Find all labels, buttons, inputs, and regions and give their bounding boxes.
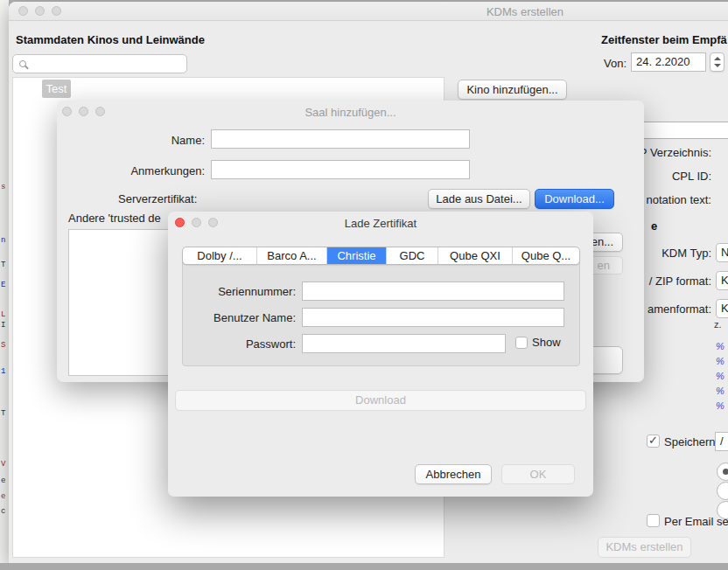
tab-christie[interactable]: Christie (327, 247, 387, 264)
search-icon (19, 60, 26, 67)
von-date-field[interactable]: 24. 2.2020 (631, 52, 706, 72)
saal-dialog-title: Saal hinzufügen... (57, 106, 644, 119)
username-field[interactable] (302, 308, 564, 327)
save-path-field[interactable]: / (715, 432, 728, 451)
placeholder-legend-1: % (716, 341, 724, 351)
save-in-checkbox[interactable] (647, 434, 660, 448)
show-password-label: Show (532, 336, 561, 349)
per-email-checkbox[interactable] (647, 514, 660, 527)
placeholder-legend-3: % (716, 371, 724, 381)
create-kdms-button[interactable]: KDMs erstellen (598, 537, 691, 558)
password-label: Passwort: (186, 337, 296, 351)
tab-gdc[interactable]: GDC (387, 247, 438, 264)
timewindow-heading: Zeitfenster beim Empfä (601, 33, 727, 46)
server-certificate-label: Serverzertifikat: (118, 192, 197, 205)
vendor-tab-bar: Dolby /... Barco A... Christie GDC Qube … (182, 247, 580, 265)
close-icon[interactable] (18, 6, 28, 16)
code-fragment: n (1, 237, 5, 245)
per-email-label: Per Email senden (664, 515, 728, 528)
lade-zertifikat-dialog: Lade Zertifikat Dolby /... Barco A... Ch… (168, 212, 593, 497)
serial-number-field[interactable] (302, 282, 564, 301)
name-label: Name: (65, 134, 205, 147)
save-option-radio-2[interactable] (717, 482, 728, 500)
tab-barco[interactable]: Barco A... (257, 247, 327, 264)
minimize-icon[interactable] (35, 6, 45, 16)
von-label: Von: (604, 57, 626, 70)
main-traffic-lights (18, 6, 61, 16)
zip-format-select[interactable]: K (716, 271, 728, 290)
kdm-typ-select[interactable]: N (716, 243, 728, 262)
main-titlebar (9, 2, 728, 21)
code-fragment: e (1, 493, 5, 501)
tab-dolby[interactable]: Dolby /... (183, 247, 257, 264)
main-window-title: KDMs erstellen (438, 5, 612, 18)
show-password-checkbox[interactable] (515, 337, 528, 349)
trusted-devices-label: Andere 'trusted de (68, 212, 161, 225)
ok-button[interactable]: OK (501, 464, 575, 484)
tab-qube-qxi[interactable]: Qube QXI (438, 247, 513, 264)
password-field[interactable] (302, 334, 506, 353)
download-button[interactable]: Download (175, 390, 586, 411)
anmerkungen-label: Anmerkungen: (65, 164, 205, 177)
code-fragment: V (1, 461, 5, 469)
name-field[interactable] (211, 129, 470, 149)
username-label: Benutzer Name: (186, 311, 296, 324)
code-fragment: s (1, 184, 5, 191)
code-fragment: I (1, 322, 5, 330)
list-item-selected[interactable]: Test (42, 80, 71, 98)
code-fragment: e (1, 477, 5, 485)
load-from-file-button[interactable]: Lade aus Datei... (428, 189, 530, 209)
code-fragment: 1 (1, 368, 5, 376)
search-input[interactable] (12, 54, 187, 73)
cancel-button[interactable]: Abbrechen (415, 464, 492, 484)
placeholder-legend-5: % (716, 400, 724, 411)
lade-dialog-title: Lade Zertifikat (168, 217, 593, 230)
bottom-window-edge (0, 563, 728, 570)
background-window-sliver: snTELIS1TVeec (0, 0, 9, 563)
placeholder-legend-4: % (716, 386, 724, 396)
code-fragment: E (1, 282, 5, 289)
filename-format-select[interactable]: K (716, 299, 728, 318)
code-fragment: T (1, 261, 5, 269)
filename-example-fragment: z. (714, 319, 722, 330)
code-fragment: S (1, 342, 5, 350)
anmerkungen-field[interactable] (211, 160, 470, 179)
placeholder-legend-2: % (716, 356, 724, 366)
code-fragment: c (1, 508, 5, 516)
von-date-stepper[interactable] (710, 52, 724, 72)
tab-qube-q[interactable]: Qube Q... (513, 247, 579, 264)
add-cinema-button[interactable]: Kino hinzufügen... (458, 80, 567, 100)
stepper-up-icon[interactable] (714, 57, 721, 60)
save-option-radio-1[interactable] (717, 462, 728, 481)
zoom-icon[interactable] (52, 6, 61, 16)
screen: snTELIS1TVeec KDMs erstellen Stammdaten … (0, 0, 728, 570)
download-certificate-button[interactable]: Download... (535, 189, 614, 209)
code-fragment: T (1, 410, 5, 418)
stepper-down-icon[interactable] (714, 64, 721, 67)
code-fragment: L (1, 311, 5, 319)
page-title: Stammdaten Kinos und Leinwände (16, 33, 205, 46)
serial-number-label: Seriennummer: (186, 285, 296, 298)
section-heading-fragment: e (651, 219, 657, 233)
